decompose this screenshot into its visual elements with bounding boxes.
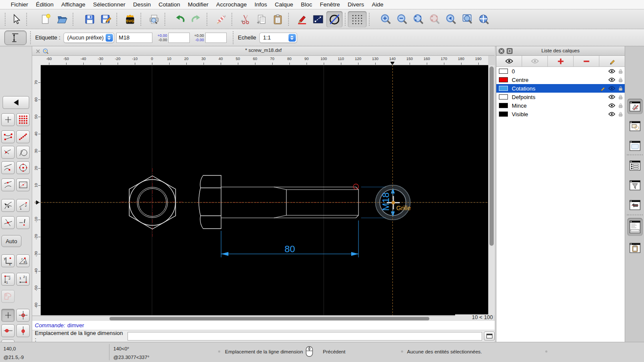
layer-color-swatch[interactable] bbox=[499, 86, 508, 91]
undo-button[interactable] bbox=[172, 11, 188, 27]
layer-lock-icon[interactable] bbox=[618, 103, 623, 109]
bolt-head-side-view[interactable] bbox=[199, 175, 221, 229]
snap-free-button[interactable] bbox=[1, 113, 15, 126]
menu-item-cotation[interactable]: Cotation bbox=[155, 1, 184, 8]
snap-grid-button[interactable] bbox=[16, 113, 30, 126]
drawing-canvas[interactable]: 80 M18 bbox=[41, 65, 488, 315]
layer-row-centre[interactable]: Centre bbox=[496, 75, 625, 84]
layer-row-defpoints[interactable]: Defpoints bbox=[496, 93, 625, 101]
restrict-ortho-button[interactable] bbox=[1, 290, 15, 303]
menu-item-calque[interactable]: Calque bbox=[271, 1, 297, 8]
command-widget-dock-button[interactable] bbox=[627, 218, 643, 236]
svg-export-button[interactable]: SVG bbox=[122, 11, 138, 27]
print-preview-button[interactable] bbox=[146, 11, 162, 27]
zoom-redraw-button[interactable] bbox=[443, 11, 459, 27]
zoom-out-button[interactable] bbox=[394, 11, 410, 27]
zoom-pan-button[interactable] bbox=[476, 11, 492, 27]
menu-item-infos[interactable]: Infos bbox=[251, 1, 271, 8]
zoom-previous-button[interactable] bbox=[427, 11, 443, 27]
modify-move-button[interactable] bbox=[310, 11, 326, 27]
relative-zero-free-button[interactable] bbox=[1, 309, 15, 322]
filter-dock-button[interactable] bbox=[627, 178, 643, 193]
redo-button[interactable] bbox=[188, 11, 204, 27]
select-pointer-button[interactable] bbox=[8, 11, 24, 27]
pen-palette-dock-button[interactable] bbox=[627, 197, 643, 213]
command-input[interactable] bbox=[128, 332, 482, 341]
layer-lock-icon[interactable] bbox=[618, 94, 623, 100]
corner-coordinate1-button[interactable]: 12 bbox=[1, 273, 15, 286]
menu-item-selectionner[interactable]: Sélectionner bbox=[89, 1, 129, 8]
layer-lock-icon[interactable] bbox=[618, 77, 623, 83]
coordinate-polar-button[interactable]: ra bbox=[16, 254, 30, 267]
layer-row-mince[interactable]: Mince bbox=[496, 101, 625, 110]
snap-intersection-button[interactable] bbox=[1, 216, 15, 229]
save-button[interactable] bbox=[82, 11, 98, 27]
layer-color-swatch[interactable] bbox=[499, 69, 508, 74]
layer-lock-icon[interactable] bbox=[618, 86, 623, 91]
snap-endpoint-button[interactable] bbox=[1, 130, 15, 143]
menu-item-fenetre[interactable]: Fenêtre bbox=[316, 1, 344, 8]
remove-layer-button[interactable] bbox=[574, 56, 599, 66]
new-file-button[interactable] bbox=[38, 11, 54, 27]
dimension-label-input[interactable] bbox=[116, 33, 152, 43]
menu-item-aide[interactable]: Aide bbox=[368, 1, 387, 8]
layer-visibility-eye-icon[interactable] bbox=[608, 94, 615, 100]
coordinate-xy-button[interactable]: yx bbox=[1, 254, 15, 267]
layer-edit-pencil-icon[interactable] bbox=[600, 86, 605, 91]
menu-item-dessin[interactable]: Dessin bbox=[129, 1, 155, 8]
layer-row-0[interactable]: 0 bbox=[496, 67, 625, 75]
layer-color-swatch[interactable] bbox=[499, 94, 508, 100]
menu-item-divers[interactable]: Divers bbox=[344, 1, 368, 8]
snap-distance-button[interactable] bbox=[1, 161, 15, 174]
paste-button[interactable] bbox=[270, 11, 286, 27]
restrict-horizontal-button[interactable] bbox=[1, 324, 15, 337]
clipboard-dock-button[interactable] bbox=[627, 240, 643, 256]
snap-tangent-button[interactable] bbox=[1, 146, 15, 159]
layer-color-swatch[interactable] bbox=[499, 112, 508, 117]
menu-item-modifier[interactable]: Modifier bbox=[184, 1, 212, 8]
snap-intersection-manual-button[interactable]: 12 bbox=[16, 199, 30, 212]
snap-auto-button[interactable]: Auto bbox=[1, 235, 21, 247]
layer-visibility-eye-icon[interactable] bbox=[608, 86, 615, 91]
layer-color-swatch[interactable] bbox=[499, 103, 508, 108]
hide-all-layers-button[interactable] bbox=[522, 56, 548, 66]
add-layer-button[interactable] bbox=[548, 56, 574, 66]
snap-on-entity-button[interactable] bbox=[16, 130, 30, 143]
menu-item-bloc[interactable]: Bloc bbox=[297, 1, 316, 8]
layer-row-visible[interactable]: Visible bbox=[496, 110, 625, 118]
snap-box-button[interactable] bbox=[16, 178, 30, 191]
grid-toggle-button[interactable] bbox=[348, 11, 367, 27]
block-list-dock-button[interactable] bbox=[627, 118, 643, 134]
tolerance1-input[interactable] bbox=[168, 33, 190, 43]
layer-color-swatch[interactable] bbox=[499, 77, 508, 82]
snap-middle-button[interactable] bbox=[1, 178, 15, 191]
restrict-vertical-button[interactable] bbox=[16, 324, 30, 337]
tolerance2-input[interactable] bbox=[205, 33, 227, 43]
copy-button[interactable] bbox=[253, 11, 270, 27]
zoom-in-button[interactable] bbox=[378, 11, 394, 27]
menu-item-accrochage[interactable]: Accrochage bbox=[212, 1, 250, 8]
restrict-nothing-button[interactable] bbox=[16, 216, 30, 229]
set-relative-zero-button[interactable] bbox=[16, 309, 30, 322]
zoom-window-button[interactable] bbox=[459, 11, 476, 27]
prefix-dropdown[interactable]: (Aucun préfixe) bbox=[64, 33, 114, 43]
command-detach-button[interactable] bbox=[484, 332, 495, 341]
layer-lock-icon[interactable] bbox=[618, 69, 623, 74]
vertical-dimension-tool-button[interactable] bbox=[4, 30, 27, 45]
library-browser-dock-button[interactable] bbox=[627, 138, 643, 154]
entity-list-dock-button[interactable] bbox=[627, 158, 643, 173]
back-button[interactable] bbox=[3, 96, 29, 109]
scale-dropdown[interactable]: 1:1 bbox=[259, 33, 297, 43]
menu-item-edition[interactable]: Édition bbox=[32, 1, 58, 8]
layer-visibility-eye-icon[interactable] bbox=[608, 103, 615, 108]
snap-center-button[interactable] bbox=[16, 161, 30, 174]
vertical-scrollbar[interactable] bbox=[488, 65, 495, 315]
zoom-auto-button[interactable] bbox=[410, 11, 427, 27]
corner-coordinate2-button[interactable]: 12 bbox=[16, 273, 30, 286]
edit-layer-button[interactable] bbox=[599, 56, 625, 66]
open-file-button[interactable] bbox=[54, 11, 70, 27]
layer-row-cotations[interactable]: Cotations bbox=[496, 84, 625, 93]
layer-visibility-eye-icon[interactable] bbox=[608, 77, 615, 82]
layer-visibility-eye-icon[interactable] bbox=[608, 112, 615, 117]
attributes-pen-button[interactable] bbox=[294, 11, 310, 27]
